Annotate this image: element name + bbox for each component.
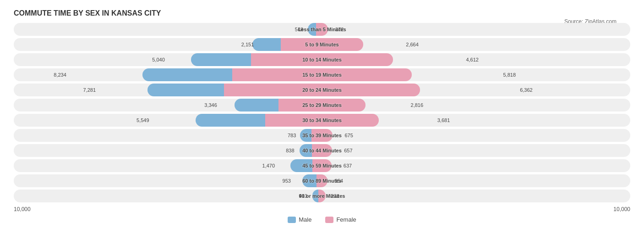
chart-row: 35 to 39 Minutes783675 bbox=[14, 129, 630, 142]
legend-male-label: Male bbox=[299, 216, 311, 223]
female-bar bbox=[251, 53, 393, 66]
legend-female-label: Female bbox=[336, 216, 356, 223]
x-axis: 10,000 10,000 bbox=[14, 206, 630, 212]
male-bar bbox=[235, 99, 279, 112]
chart-row: Less than 5 Minutes548372 bbox=[14, 23, 630, 36]
chart-row: 5 to 9 Minutes2,1512,664 bbox=[14, 38, 630, 51]
male-bar bbox=[308, 23, 316, 36]
male-bar bbox=[290, 159, 312, 172]
male-bar bbox=[302, 174, 317, 187]
male-bar bbox=[300, 129, 311, 142]
male-bar bbox=[300, 144, 312, 157]
chart-row: 10 to 14 Minutes5,0404,612 bbox=[14, 53, 630, 66]
chart-row: 60 to 89 Minutes953354 bbox=[14, 174, 630, 187]
x-axis-left: 10,000 bbox=[14, 206, 31, 212]
male-bar bbox=[142, 68, 232, 81]
chart-container: Less than 5 Minutes5483725 to 9 Minutes2… bbox=[14, 23, 630, 223]
female-bar bbox=[278, 99, 366, 112]
female-bar bbox=[318, 190, 326, 202]
female-bar bbox=[312, 144, 332, 157]
legend: Male Female bbox=[14, 216, 630, 223]
x-axis-right: 10,000 bbox=[613, 206, 630, 212]
female-bar bbox=[232, 68, 412, 81]
female-bar bbox=[317, 174, 327, 187]
legend-female-box bbox=[325, 217, 333, 223]
legend-female: Female bbox=[325, 216, 356, 223]
chart-row: 25 to 29 Minutes3,3462,816 bbox=[14, 99, 630, 112]
female-bar bbox=[312, 159, 332, 172]
chart-row: 15 to 19 Minutes8,2345,818 bbox=[14, 68, 630, 81]
chart-row: 20 to 24 Minutes7,2816,362 bbox=[14, 84, 630, 96]
chart-row: 45 to 59 Minutes1,470637 bbox=[14, 159, 630, 172]
legend-male-box bbox=[288, 217, 296, 223]
male-bar bbox=[252, 38, 281, 51]
chart-row: 30 to 34 Minutes5,5493,681 bbox=[14, 114, 630, 127]
chart-row: 90 or more Minutes413231 bbox=[14, 190, 630, 202]
male-bar bbox=[312, 190, 319, 202]
female-bar bbox=[281, 38, 363, 51]
chart-row: 40 to 44 Minutes838657 bbox=[14, 144, 630, 157]
female-bar bbox=[265, 114, 379, 127]
male-bar bbox=[196, 114, 265, 127]
female-bar bbox=[311, 129, 332, 142]
female-bar bbox=[224, 84, 420, 96]
male-bar bbox=[147, 84, 224, 96]
chart-title: COMMUTE TIME BY SEX IN KANSAS CITY bbox=[14, 9, 630, 17]
male-bar bbox=[191, 53, 251, 66]
legend-male: Male bbox=[288, 216, 311, 223]
rows-wrapper: Less than 5 Minutes5483725 to 9 Minutes2… bbox=[14, 23, 630, 202]
female-bar bbox=[316, 23, 327, 36]
